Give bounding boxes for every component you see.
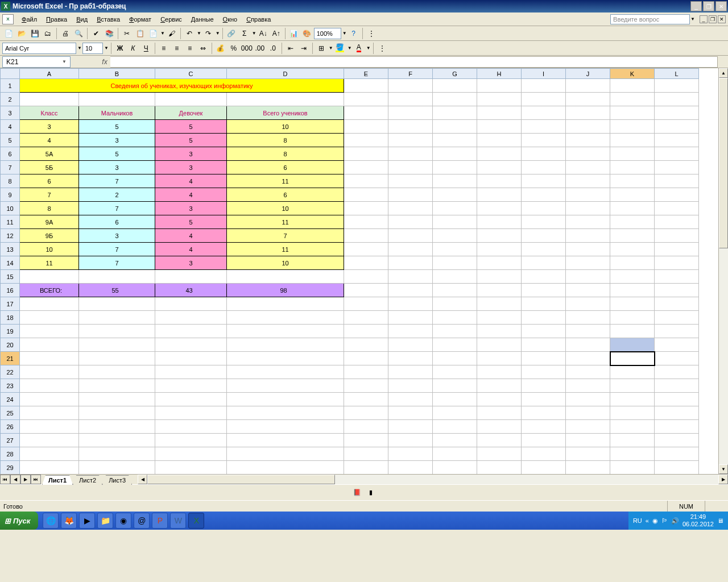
cell-K16[interactable]	[610, 284, 655, 297]
cell-I21[interactable]	[522, 352, 566, 365]
tray-flag-icon[interactable]: 🏳	[661, 517, 668, 524]
cell-C17[interactable]	[155, 297, 227, 311]
comma-icon[interactable]: 000	[241, 42, 253, 55]
cell-K11[interactable]	[610, 215, 655, 229]
cell-F25[interactable]	[388, 406, 433, 420]
italic-icon[interactable]: К	[127, 42, 139, 55]
cell-I18[interactable]	[522, 311, 566, 325]
row-header-8[interactable]: 8	[1, 174, 20, 188]
cell-D6[interactable]: 8	[227, 147, 344, 161]
cell-E28[interactable]	[344, 447, 388, 461]
cell-K8[interactable]	[610, 174, 655, 188]
scroll-down-icon[interactable]: ▼	[719, 464, 728, 474]
cell-A14[interactable]: 11	[20, 256, 79, 270]
redo-dropdown-icon[interactable]: ▼	[215, 31, 220, 36]
cell-H27[interactable]	[477, 434, 522, 447]
cell-F8[interactable]	[388, 174, 433, 188]
cell-G26[interactable]	[433, 420, 477, 434]
cell-L16[interactable]	[655, 284, 699, 297]
tray-clock[interactable]: 21:49 06.02.2012	[682, 513, 714, 528]
cell-D8[interactable]: 11	[227, 174, 344, 188]
taskbar-powerpoint-icon[interactable]: P	[152, 513, 168, 529]
taskbar-word-icon[interactable]: W	[170, 513, 186, 529]
cell-J21[interactable]	[566, 352, 610, 365]
cell-L13[interactable]	[655, 243, 699, 256]
cell-G15[interactable]	[433, 270, 477, 284]
font-selector[interactable]: Arial Cyr	[2, 43, 76, 54]
cell-G20[interactable]	[433, 338, 477, 352]
row-header-5[interactable]: 5	[1, 134, 20, 147]
cell-F5[interactable]	[388, 134, 433, 147]
cell-C27[interactable]	[155, 434, 227, 447]
cell-F17[interactable]	[388, 297, 433, 311]
cell-B29[interactable]	[79, 461, 155, 475]
cell-H14[interactable]	[477, 256, 522, 270]
cell-E13[interactable]	[344, 243, 388, 256]
cell-F27[interactable]	[388, 434, 433, 447]
cell-A12[interactable]: 9Б	[20, 229, 79, 243]
cell-J26[interactable]	[566, 420, 610, 434]
cell-G11[interactable]	[433, 215, 477, 229]
cell-J10[interactable]	[566, 202, 610, 215]
row-header-27[interactable]: 27	[1, 434, 20, 447]
cell-K6[interactable]	[610, 147, 655, 161]
cell-J6[interactable]	[566, 147, 610, 161]
cell-D5[interactable]: 8	[227, 134, 344, 147]
cell-L3[interactable]	[655, 106, 699, 120]
align-left-icon[interactable]: ≡	[158, 42, 170, 55]
cell-D12[interactable]: 7	[227, 229, 344, 243]
cell-K3[interactable]	[610, 106, 655, 120]
maximize-button[interactable]: ❐	[703, 1, 714, 11]
zoom-input[interactable]: 100%	[314, 28, 341, 39]
cell-H22[interactable]	[477, 365, 522, 379]
cell-A27[interactable]	[20, 434, 79, 447]
cell-K18[interactable]	[610, 311, 655, 325]
cell-B11[interactable]: 6	[79, 215, 155, 229]
cell-H11[interactable]	[477, 215, 522, 229]
cell-J28[interactable]	[566, 447, 610, 461]
cell-H13[interactable]	[477, 243, 522, 256]
cell-E18[interactable]	[344, 311, 388, 325]
cell-K28[interactable]	[610, 447, 655, 461]
row-header-20[interactable]: 20	[1, 338, 20, 352]
cell-G28[interactable]	[433, 447, 477, 461]
help-icon[interactable]: ?	[348, 27, 360, 40]
cell-A19[interactable]	[20, 325, 79, 338]
table-title[interactable]: Сведения об учениках, изучающих информат…	[20, 79, 344, 93]
start-button[interactable]: ⊞ Пуск	[0, 512, 38, 530]
cell-I24[interactable]	[522, 393, 566, 406]
cell-H10[interactable]	[477, 202, 522, 215]
row-header-23[interactable]: 23	[1, 379, 20, 393]
cell-J4[interactable]	[566, 120, 610, 134]
cell-E3[interactable]	[344, 106, 388, 120]
cell-G16[interactable]	[433, 284, 477, 297]
cell-I13[interactable]	[522, 243, 566, 256]
cell-K24[interactable]	[610, 393, 655, 406]
row-header-26[interactable]: 26	[1, 420, 20, 434]
cell-B13[interactable]: 7	[79, 243, 155, 256]
cell-L4[interactable]	[655, 120, 699, 134]
cell-F9[interactable]	[388, 188, 433, 202]
formula-input[interactable]	[110, 56, 718, 68]
cell-L22[interactable]	[655, 365, 699, 379]
cell-I26[interactable]	[522, 420, 566, 434]
cell-G8[interactable]	[433, 174, 477, 188]
cell-F3[interactable]	[388, 106, 433, 120]
cell-H12[interactable]	[477, 229, 522, 243]
cell-G24[interactable]	[433, 393, 477, 406]
cell-K17[interactable]	[610, 297, 655, 311]
cell-E7[interactable]	[344, 161, 388, 174]
cell-F19[interactable]	[388, 325, 433, 338]
cell-C3[interactable]: Девочек	[155, 106, 227, 120]
cell-J16[interactable]	[566, 284, 610, 297]
undo-dropdown-icon[interactable]: ▼	[196, 31, 201, 36]
percent-icon[interactable]: %	[228, 42, 240, 55]
sort-desc-icon[interactable]: A↑	[270, 27, 283, 40]
cell-E27[interactable]	[344, 434, 388, 447]
cell-I16[interactable]	[522, 284, 566, 297]
cell-C26[interactable]	[155, 420, 227, 434]
cell-C4[interactable]: 5	[155, 120, 227, 134]
cell-J5[interactable]	[566, 134, 610, 147]
cell-F18[interactable]	[388, 311, 433, 325]
cell-J3[interactable]	[566, 106, 610, 120]
